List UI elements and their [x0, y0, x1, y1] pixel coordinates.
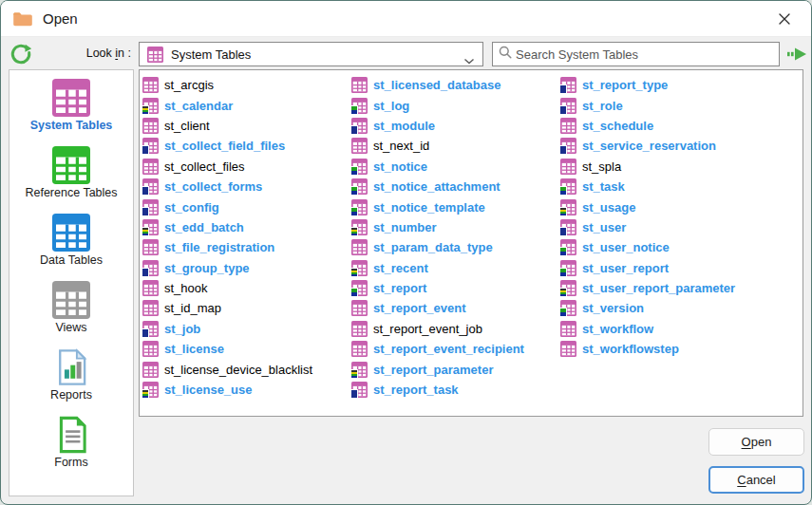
list-item[interactable]: st_spla	[560, 157, 769, 177]
close-icon[interactable]	[769, 5, 800, 33]
report-chart-icon	[51, 348, 91, 386]
list-item[interactable]: st_role	[560, 95, 769, 115]
table-icon	[142, 199, 159, 215]
list-item[interactable]: st_notice_attachment	[351, 177, 560, 196]
sidebar-item-forms[interactable]: Forms	[9, 416, 133, 469]
list-item[interactable]: st_usage	[560, 196, 769, 216]
folder-icon	[12, 10, 33, 27]
look-in-dropdown[interactable]: System Tables	[139, 42, 483, 66]
sidebar-item-system-tables[interactable]: System Tables	[9, 79, 133, 132]
table-icon	[351, 300, 368, 316]
list-item[interactable]: st_report	[351, 278, 560, 298]
list-item[interactable]: st_collect_field_files	[142, 136, 351, 156]
sidebar-item-data-tables[interactable]: Data Tables	[9, 214, 133, 267]
open-button[interactable]: Open	[708, 428, 804, 456]
sidebar-item-reference-tables[interactable]: Reference Tables	[9, 146, 133, 199]
table-icon	[142, 77, 159, 93]
table-icon	[351, 382, 368, 398]
list-item[interactable]: st_service_reservation	[560, 136, 769, 156]
sidebar-item-reports[interactable]: Reports	[9, 348, 133, 402]
table-icon	[142, 239, 159, 255]
table-icon	[142, 341, 159, 357]
list-item-label: st_workflowstep	[582, 342, 679, 356]
list-item[interactable]: st_log	[351, 95, 560, 115]
table-icon	[351, 362, 368, 378]
list-item[interactable]: st_report_task	[351, 380, 560, 400]
list-item[interactable]: st_report_event_job	[351, 319, 560, 339]
list-item[interactable]: st_arcgis	[142, 75, 351, 95]
list-item-label: st_license	[164, 342, 224, 356]
list-item-label: st_calendar	[164, 99, 233, 113]
list-item[interactable]: st_workflowstep	[560, 339, 769, 359]
list-item-label: st_edd_batch	[164, 220, 244, 234]
list-item[interactable]: st_recent	[351, 258, 560, 278]
table-icon	[560, 219, 576, 235]
list-item[interactable]: st_file_registration	[142, 237, 351, 257]
list-item[interactable]: st_report_event_recipient	[351, 339, 560, 359]
list-item[interactable]: st_licensed_database	[351, 75, 560, 95]
list-item[interactable]: st_edd_batch	[142, 217, 351, 237]
table-icon	[560, 178, 576, 195]
list-item-label: st_user	[582, 220, 626, 234]
list-item[interactable]: st_user_report_parameter	[560, 278, 769, 298]
list-item[interactable]: st_number	[351, 217, 560, 237]
go-arrow-icon[interactable]	[786, 45, 809, 64]
list-item[interactable]: st_report_event	[351, 298, 560, 318]
list-item[interactable]: st_license	[142, 339, 351, 359]
list-item[interactable]: st_next_id	[351, 136, 560, 156]
table-icon	[560, 280, 576, 296]
list-item[interactable]: st_user	[560, 217, 769, 237]
table-icon	[560, 321, 576, 337]
table-icon	[560, 239, 576, 255]
cancel-button[interactable]: Cancel	[708, 466, 804, 494]
list-item[interactable]: st_calendar	[142, 95, 351, 115]
table-badge-icon	[350, 369, 358, 379]
list-item[interactable]: st_config	[142, 196, 351, 216]
list-item-label: st_report_event_recipient	[373, 342, 524, 356]
table-icon	[147, 47, 163, 63]
list-item-label: st_role	[582, 99, 623, 113]
list-item-label: st_user_report	[582, 261, 669, 275]
table-icon	[51, 214, 91, 252]
list-item[interactable]: st_version	[560, 298, 769, 318]
list-item[interactable]: st_client	[142, 116, 351, 136]
sidebar-item-views[interactable]: Views	[9, 281, 133, 334]
list-item[interactable]: st_group_type	[142, 258, 351, 278]
list-item[interactable]: st_license_device_blacklist	[142, 359, 351, 379]
list-item[interactable]: st_license_use	[142, 380, 351, 400]
table-icon	[560, 159, 576, 175]
list-item[interactable]: st_report_type	[560, 75, 769, 95]
list-item-label: st_id_map	[164, 301, 221, 315]
table-icon	[142, 382, 159, 398]
table-icon	[560, 98, 576, 114]
list-item[interactable]: st_collect_files	[142, 157, 351, 177]
table-badge-icon	[142, 105, 149, 115]
list-item[interactable]: st_notice	[351, 157, 560, 177]
list-item-label: st_log	[373, 99, 409, 113]
table-icon	[560, 300, 576, 316]
table-icon	[351, 239, 368, 255]
list-item-label: st_notice	[373, 159, 427, 174]
list-item[interactable]: st_notice_template	[351, 196, 560, 216]
list-item-label: st_license_use	[164, 383, 253, 397]
list-item[interactable]: st_id_map	[142, 298, 351, 318]
list-item[interactable]: st_task	[560, 177, 769, 196]
list-item[interactable]: st_job	[142, 319, 351, 339]
search-input[interactable]	[514, 47, 774, 62]
list-item[interactable]: st_schedule	[560, 116, 769, 136]
list-item[interactable]: st_hook	[142, 278, 351, 298]
table-badge-icon	[142, 186, 149, 196]
list-item[interactable]: st_collect_forms	[142, 177, 351, 196]
list-item[interactable]: st_module	[351, 116, 560, 136]
list-item[interactable]: st_workflow	[560, 319, 769, 339]
list-item-label: st_file_registration	[164, 240, 274, 254]
table-icon	[560, 199, 576, 215]
list-item[interactable]: st_user_report	[560, 258, 769, 278]
table-badge-icon	[559, 308, 567, 317]
list-item[interactable]: st_user_notice	[560, 237, 769, 257]
list-item-label: st_config	[164, 200, 219, 215]
list-item[interactable]: st_param_data_type	[351, 237, 560, 257]
list-item[interactable]: st_report_parameter	[351, 359, 560, 379]
list-item-label: st_user_report_parameter	[582, 281, 735, 295]
list-item-label: st_recent	[373, 261, 428, 275]
